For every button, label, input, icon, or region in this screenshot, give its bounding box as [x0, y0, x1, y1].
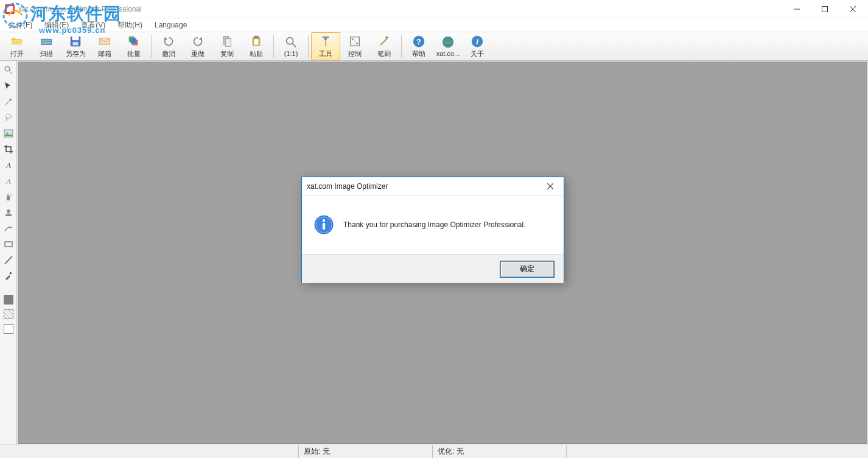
- svg-rect-61: [323, 223, 325, 230]
- svg-text:A: A: [5, 161, 11, 170]
- status-cell-4: [566, 445, 868, 458]
- window-title: xat.com Image Optimizer Professional: [18, 5, 142, 13]
- mail-button[interactable]: 邮箱: [90, 32, 119, 60]
- info-icon: [314, 215, 334, 234]
- maximize-button[interactable]: [811, 0, 839, 18]
- svg-rect-45: [7, 196, 10, 200]
- dialog-close-button[interactable]: [542, 180, 559, 192]
- tools-button[interactable]: 工具: [311, 32, 340, 60]
- folder-open-icon: [10, 35, 24, 48]
- svg-point-37: [5, 66, 10, 71]
- control-button[interactable]: 控制: [340, 32, 369, 60]
- app-icon: [5, 4, 15, 14]
- svg-text:?: ?: [416, 37, 421, 46]
- brush-button[interactable]: 笔刷: [369, 32, 399, 60]
- xatcom-button[interactable]: xat.co...: [433, 32, 463, 60]
- image-tool-icon[interactable]: [3, 128, 14, 139]
- about-button[interactable]: i关于: [463, 32, 492, 60]
- svg-point-40: [5, 114, 12, 118]
- line-tool-icon[interactable]: [3, 255, 14, 266]
- svg-rect-17: [225, 38, 231, 46]
- pattern-swatch[interactable]: [4, 309, 13, 319]
- menu-view[interactable]: 查看(V): [75, 19, 111, 32]
- dialog-titlebar[interactable]: xat.com Image Optimizer: [302, 177, 564, 196]
- menu-language[interactable]: Language: [149, 19, 193, 30]
- svg-point-49: [10, 196, 10, 196]
- svg-line-38: [9, 71, 12, 74]
- toolbar: 打开 扫描 另存为 邮箱 批量 撤消 重做 复制 粘贴 (1:1) 工具 控制 …: [0, 32, 868, 61]
- dialog-message: Thank you for purchasing Image Optimizer…: [343, 220, 525, 229]
- svg-rect-41: [4, 130, 13, 137]
- svg-rect-7: [41, 39, 52, 44]
- svg-text:i: i: [476, 37, 478, 46]
- svg-line-54: [5, 256, 12, 264]
- hammer-icon: [319, 35, 332, 48]
- magnify-icon: [284, 35, 298, 49]
- wand-tool-icon[interactable]: [3, 96, 14, 107]
- batch-button[interactable]: 批量: [119, 32, 149, 60]
- svg-point-34: [443, 40, 453, 44]
- scan-button[interactable]: 扫描: [32, 32, 61, 60]
- redo-icon: [191, 35, 205, 48]
- pointer-tool-icon[interactable]: [3, 80, 14, 91]
- zoom-1to1-button[interactable]: (1:1): [276, 32, 306, 60]
- spray-tool-icon[interactable]: [3, 191, 14, 202]
- dialog-title: xat.com Image Optimizer: [307, 182, 388, 191]
- menu-edit[interactable]: 编辑(E): [38, 19, 75, 32]
- crop-tool-icon[interactable]: [3, 144, 14, 155]
- svg-rect-15: [131, 38, 136, 43]
- foreground-swatch[interactable]: [4, 295, 13, 305]
- tool-sidebar: A A: [0, 61, 17, 445]
- svg-point-47: [10, 194, 11, 194]
- menu-help[interactable]: 帮助(H): [111, 19, 149, 32]
- batch-icon: [127, 35, 141, 48]
- text-tool-icon[interactable]: A: [3, 160, 14, 171]
- globe-icon: [441, 35, 455, 49]
- copy-button[interactable]: 复制: [212, 32, 242, 60]
- curve-tool-icon[interactable]: [3, 223, 14, 234]
- background-swatch[interactable]: [4, 324, 13, 334]
- svg-rect-25: [325, 40, 326, 46]
- close-button[interactable]: [839, 0, 867, 18]
- dialog-ok-button[interactable]: 确定: [500, 261, 554, 277]
- svg-rect-20: [254, 39, 258, 44]
- save-icon: [69, 35, 82, 48]
- svg-rect-50: [5, 214, 12, 216]
- dialog-body: Thank you for purchasing Image Optimizer…: [302, 196, 564, 254]
- stamp-tool-icon[interactable]: [3, 207, 14, 218]
- svg-point-39: [10, 99, 12, 100]
- mail-icon: [98, 35, 111, 48]
- svg-rect-4: [822, 6, 828, 12]
- zoom-tool-icon[interactable]: [3, 65, 14, 76]
- eyedropper-tool-icon[interactable]: [3, 270, 14, 281]
- svg-line-29: [352, 39, 357, 43]
- lasso-tool-icon[interactable]: [3, 112, 14, 123]
- redo-button[interactable]: 重做: [183, 32, 212, 60]
- paste-button[interactable]: 粘贴: [242, 32, 271, 60]
- info-icon: i: [471, 35, 484, 48]
- titlebar: xat.com Image Optimizer Professional: [0, 0, 868, 18]
- svg-point-48: [11, 195, 12, 196]
- status-original: 原始: 无: [298, 445, 432, 458]
- minimize-button[interactable]: [783, 0, 811, 18]
- rect-tool-icon[interactable]: [3, 239, 14, 250]
- svg-rect-46: [7, 194, 9, 196]
- menu-file[interactable]: 文件(F): [2, 19, 38, 32]
- open-button[interactable]: 打开: [2, 32, 32, 60]
- copy-icon: [220, 35, 234, 48]
- status-optimized: 优化: 无: [432, 445, 566, 458]
- saveas-button[interactable]: 另存为: [61, 32, 90, 60]
- svg-rect-53: [5, 242, 12, 247]
- paste-icon: [250, 35, 263, 48]
- text2-tool-icon[interactable]: A: [3, 175, 14, 186]
- dialog-footer: 确定: [302, 254, 564, 283]
- svg-text:A: A: [5, 177, 11, 186]
- help-button[interactable]: ?帮助: [404, 32, 433, 60]
- control-icon: [348, 35, 362, 48]
- menubar: 文件(F) 编辑(E) 查看(V) 帮助(H) Language: [0, 18, 868, 32]
- undo-button[interactable]: 撤消: [154, 32, 183, 60]
- svg-rect-2: [7, 6, 13, 12]
- svg-rect-55: [9, 272, 12, 274]
- svg-rect-11: [72, 41, 78, 45]
- svg-line-22: [293, 44, 296, 48]
